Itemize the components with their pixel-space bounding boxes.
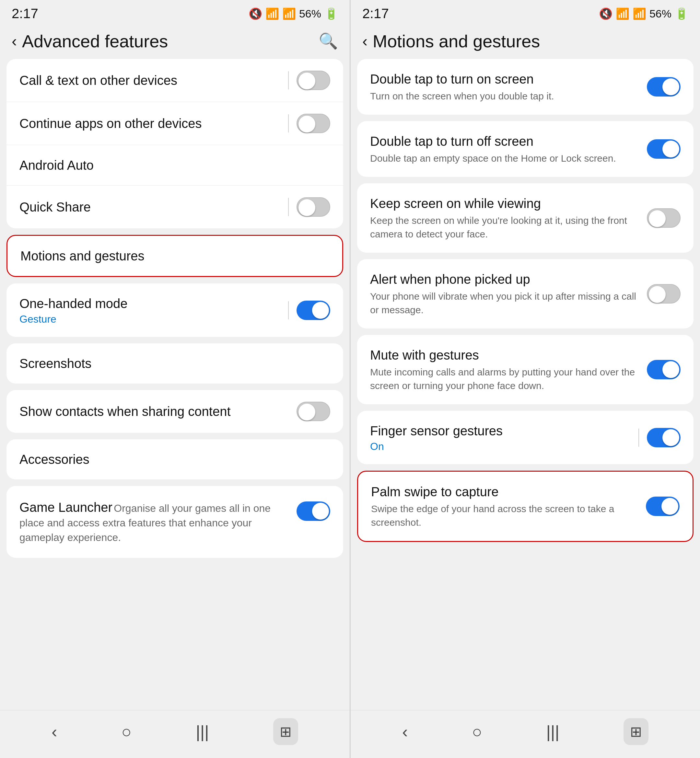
setting-continue-apps[interactable]: Continue apps on other devices <box>6 102 343 145</box>
nav-recent-right[interactable]: ||| <box>546 722 560 741</box>
toggle-double-tap-off[interactable] <box>647 139 681 159</box>
battery-icon: 🔋 <box>324 7 338 20</box>
toggle-alert-pickup[interactable] <box>647 284 681 304</box>
toggle-keep-screen[interactable] <box>647 208 681 228</box>
page-header-left: ‹ Advanced features 🔍 <box>0 25 350 59</box>
r-card-alert-pickup: Alert when phone picked up Your phone wi… <box>357 259 694 329</box>
setting-accessories-label: Accessories <box>19 452 89 466</box>
setting-android-auto-label: Android Auto <box>19 158 94 172</box>
toggle-one-handed[interactable] <box>297 301 330 320</box>
nav-recent-left[interactable]: ||| <box>196 722 209 741</box>
r-sublabel-finger-sensor: On <box>370 441 631 452</box>
right-panel: 2:17 🔇 📶 📶 56% 🔋 ‹ Motions and gestures … <box>350 0 700 758</box>
left-panel: 2:17 🔇 📶 📶 56% 🔋 ‹ Advanced features 🔍 C… <box>0 0 350 758</box>
card-one-handed: One-handed mode Gesture <box>6 284 343 337</box>
toggle-knob-double-tap-off <box>662 140 679 158</box>
wifi-icon-right: 📶 <box>616 7 629 20</box>
r-setting-double-tap-on[interactable]: Double tap to turn on screen Turn on the… <box>357 59 694 115</box>
toggle-knob-mute-gestures <box>662 361 679 378</box>
r-desc-alert-pickup: Your phone will vibrate when you pick it… <box>370 290 647 317</box>
r-setting-finger-sensor[interactable]: Finger sensor gestures On <box>357 411 694 464</box>
content-right: Double tap to turn on screen Turn on the… <box>351 59 700 710</box>
setting-show-contacts[interactable]: Show contacts when sharing content <box>6 390 343 433</box>
setting-android-auto[interactable]: Android Auto <box>6 145 343 186</box>
setting-motions-label: Motions and gestures <box>20 249 144 263</box>
setting-one-handed-label: One-handed mode <box>19 295 280 312</box>
toggle-show-contacts[interactable] <box>297 402 330 421</box>
nav-back-right[interactable]: ‹ <box>402 722 408 741</box>
setting-one-handed-sublabel: Gesture <box>19 313 280 325</box>
page-title-right: Motions and gestures <box>373 31 540 51</box>
page-title-left: Advanced features <box>22 31 168 51</box>
status-bar-left: 2:17 🔇 📶 📶 56% 🔋 <box>0 0 350 25</box>
toggle-call-text[interactable] <box>297 71 330 90</box>
setting-quick-share[interactable]: Quick Share <box>6 186 343 228</box>
r-card-double-tap-on: Double tap to turn on screen Turn on the… <box>357 59 694 115</box>
setting-one-handed[interactable]: One-handed mode Gesture <box>6 284 343 337</box>
r-setting-mute-gestures[interactable]: Mute with gestures Mute incoming calls a… <box>357 335 694 404</box>
mute-icon: 🔇 <box>248 7 262 20</box>
nav-qr-right[interactable]: ⊞ <box>623 718 648 745</box>
card-game-launcher: Game Launcher Organise all your games al… <box>6 486 343 558</box>
setting-call-text[interactable]: Call & text on other devices <box>6 59 343 102</box>
r-desc-palm-swipe: Swipe the edge of your hand across the s… <box>371 502 646 529</box>
setting-call-text-label: Call & text on other devices <box>19 73 177 87</box>
setting-show-contacts-label: Show contacts when sharing content <box>19 404 231 418</box>
search-button-left[interactable]: 🔍 <box>319 32 338 50</box>
toggle-knob-call <box>298 73 315 89</box>
r-label-alert-pickup: Alert when phone picked up <box>370 271 647 288</box>
content-left: Call & text on other devices Continue ap… <box>0 59 350 710</box>
r-setting-palm-swipe[interactable]: Palm swipe to capture Swipe the edge of … <box>358 472 692 541</box>
toggle-palm-swipe[interactable] <box>646 497 680 516</box>
battery-right: 56% <box>650 8 672 20</box>
r-label-double-tap-on: Double tap to turn on screen <box>370 71 647 87</box>
setting-continue-apps-label: Continue apps on other devices <box>19 116 202 131</box>
nav-bar-left: ‹ ○ ||| ⊞ <box>0 710 350 758</box>
r-setting-keep-screen[interactable]: Keep screen on while viewing Keep the sc… <box>357 183 694 253</box>
r-setting-alert-pickup[interactable]: Alert when phone picked up Your phone wi… <box>357 259 694 329</box>
divider-continue <box>288 114 289 133</box>
signal-icon-right: 📶 <box>633 7 646 20</box>
r-desc-mute-gestures: Mute incoming calls and alarms by puttin… <box>370 365 647 393</box>
setting-screenshots[interactable]: Screenshots <box>6 343 343 384</box>
battery-left: 56% <box>299 8 321 20</box>
r-label-double-tap-off: Double tap to turn off screen <box>370 133 647 150</box>
r-desc-double-tap-off: Double tap an empty space on the Home or… <box>370 151 647 165</box>
r-label-keep-screen: Keep screen on while viewing <box>370 195 647 212</box>
nav-home-left[interactable]: ○ <box>122 722 131 741</box>
toggle-knob-show-contacts <box>298 404 315 421</box>
time-right: 2:17 <box>362 6 389 21</box>
r-setting-double-tap-off[interactable]: Double tap to turn off screen Double tap… <box>357 121 694 177</box>
signal-icon: 📶 <box>282 7 296 20</box>
toggle-knob-one-handed <box>312 302 329 319</box>
r-desc-keep-screen: Keep the screen on while you're looking … <box>370 214 647 241</box>
nav-back-left[interactable]: ‹ <box>52 722 57 741</box>
back-button-right[interactable]: ‹ <box>362 33 367 49</box>
toggle-knob-continue <box>298 115 315 133</box>
r-divider-finger <box>638 429 639 447</box>
r-card-keep-screen: Keep screen on while viewing Keep the sc… <box>357 183 694 253</box>
nav-qr-left[interactable]: ⊞ <box>273 718 298 745</box>
setting-accessories[interactable]: Accessories <box>6 439 343 479</box>
toggle-knob-finger-sensor <box>662 429 679 446</box>
nav-home-right[interactable]: ○ <box>472 722 482 741</box>
status-icons-right: 🔇 📶 📶 56% 🔋 <box>599 7 688 20</box>
setting-motions[interactable]: Motions and gestures <box>8 236 342 276</box>
page-header-right: ‹ Motions and gestures <box>351 25 700 59</box>
toggle-quick-share[interactable] <box>297 197 330 217</box>
r-label-finger-sensor: Finger sensor gestures <box>370 423 631 439</box>
toggle-game-launcher[interactable] <box>297 501 330 521</box>
toggle-finger-sensor[interactable] <box>647 428 681 448</box>
r-desc-double-tap-on: Turn on the screen when you double tap i… <box>370 89 647 103</box>
setting-game-launcher[interactable]: Game Launcher Organise all your games al… <box>6 486 343 558</box>
toggle-continue-apps[interactable] <box>297 114 330 133</box>
r-label-mute-gestures: Mute with gestures <box>370 346 647 363</box>
toggle-double-tap-on[interactable] <box>647 77 681 97</box>
time-left: 2:17 <box>12 6 38 21</box>
card-motions[interactable]: Motions and gestures <box>6 235 343 277</box>
status-icons-left: 🔇 📶 📶 56% 🔋 <box>248 7 338 20</box>
r-card-palm-swipe[interactable]: Palm swipe to capture Swipe the edge of … <box>357 471 694 542</box>
back-button-left[interactable]: ‹ <box>12 33 17 49</box>
toggle-mute-gestures[interactable] <box>647 360 681 379</box>
card-show-contacts: Show contacts when sharing content <box>6 390 343 433</box>
